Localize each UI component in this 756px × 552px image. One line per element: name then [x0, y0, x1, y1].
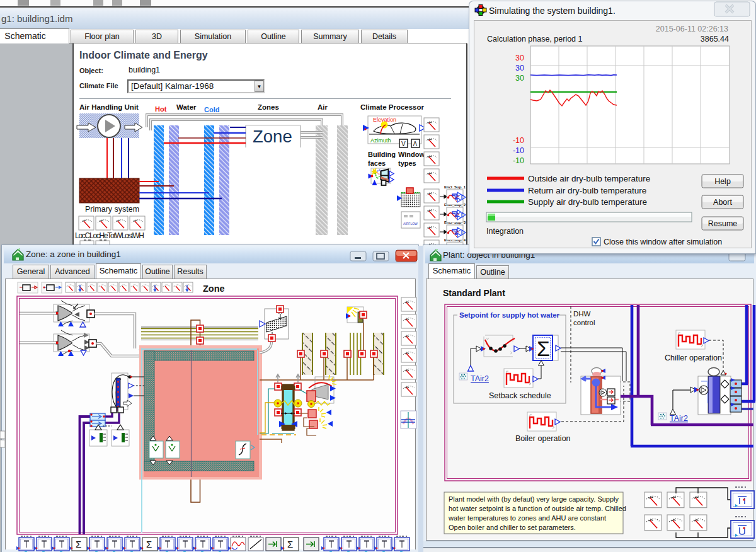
svg-text:Integration: Integration: [486, 227, 524, 236]
svg-text:Close this window after simula: Close this window after simulation: [604, 238, 722, 246]
svg-text:30: 30: [515, 64, 524, 72]
svg-text:Abort: Abort: [713, 198, 732, 207]
svg-text:Simulating the system building: Simulating the system building1.: [489, 6, 616, 16]
svg-text:Supply air dry-bulb temperatur: Supply air dry-bulb temperature: [528, 197, 647, 207]
svg-text:Calculation phase, period 1: Calculation phase, period 1: [487, 35, 583, 43]
svg-text:-10: -10: [513, 156, 524, 165]
svg-text:-10: -10: [513, 136, 524, 145]
svg-text:2015-06-11 02:26:13: 2015-06-11 02:26:13: [656, 25, 728, 33]
svg-text:Help: Help: [714, 177, 731, 186]
svg-text:30: 30: [515, 74, 524, 83]
svg-text:3865.44: 3865.44: [701, 35, 729, 43]
svg-text:30: 30: [515, 54, 524, 62]
svg-text:Return air dry-bulb temperatur: Return air dry-bulb temperature: [528, 186, 646, 195]
svg-text:Resume: Resume: [708, 219, 738, 228]
svg-text:Outside air dry-bulb temperatu: Outside air dry-bulb temperature: [528, 174, 650, 183]
svg-text:-10: -10: [513, 146, 524, 155]
